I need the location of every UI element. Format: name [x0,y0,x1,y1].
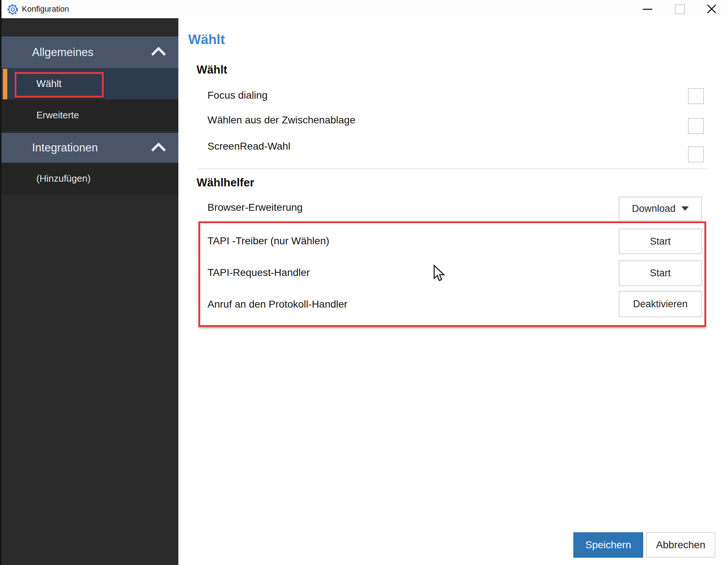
window-title: Konfiguration [22,0,69,18]
sidebar-section-label: Allgemeines [0,46,153,59]
checkbox-zwischenablage[interactable] [688,118,704,134]
sidebar-item-erweiterte[interactable]: Erweiterte [0,99,178,131]
annotation-box-nav [15,72,104,98]
window-left-border [0,0,1,565]
sidebar: Allgemeines Wählt Erweiterte Integration… [0,18,178,565]
sidebar-item-hinzufuegen[interactable]: (Hinzufügen) [0,163,178,194]
chevron-up-icon [151,47,166,62]
minimize-icon [643,9,652,10]
minimize-button[interactable] [635,0,660,18]
option-label-focus-dialing: Focus dialing [207,90,268,101]
start-button-label: Start [650,236,670,247]
sidebar-item-label: (Hinzufügen) [0,173,91,184]
row-label-anruf-protokoll-handler: Anruf an den Protokoll-Handler [207,299,347,310]
row-label-browser-erweiterung: Browser-Erweiterung [207,202,302,213]
chevron-up-icon [151,142,166,157]
deaktivieren-button-label: Deaktivieren [633,299,688,310]
option-label-zwischenablage: Wählen aus der Zwischenablage [207,114,355,126]
deaktivieren-button[interactable]: Deaktivieren [619,291,702,317]
download-button[interactable]: Download [619,197,702,221]
start-button-label: Start [650,268,670,279]
section-title-waehlhelfer: Wählhelfer [197,176,254,189]
page-title: Wählt [188,32,225,47]
dropdown-arrow-icon [681,206,689,211]
selected-item-accent-bar [3,69,7,99]
close-button[interactable] [699,0,724,18]
sidebar-section-integrationen[interactable]: Integrationen [0,133,178,163]
title-bar: Konfiguration [0,0,728,18]
maximize-icon [675,4,685,14]
maximize-button[interactable] [667,0,692,18]
sidebar-section-allgemeines[interactable]: Allgemeines [0,36,178,68]
section-title-waehlt: Wählt [197,63,227,76]
row-label-tapi-request-handler: TAPI-Request-Handler [207,267,310,278]
gear-icon [7,3,19,16]
download-button-label: Download [632,203,676,214]
checkbox-screenread[interactable] [688,146,704,162]
cancel-button[interactable]: Abbrechen [646,532,715,558]
section-divider [198,168,706,169]
option-label-screenread: ScreenRead-Wahl [207,141,290,152]
sidebar-section-label: Integrationen [0,141,153,154]
sidebar-item-label: Erweiterte [0,110,79,121]
start-button-tapi-treiber[interactable]: Start [619,229,702,254]
row-label-tapi-treiber: TAPI -Treiber (nur Wählen) [207,235,329,247]
checkbox-focus-dialing[interactable] [688,88,704,104]
close-icon [706,4,717,15]
mouse-cursor-icon [433,265,446,284]
save-button[interactable]: Speichern [573,532,643,558]
start-button-tapi-request-handler[interactable]: Start [619,260,702,286]
